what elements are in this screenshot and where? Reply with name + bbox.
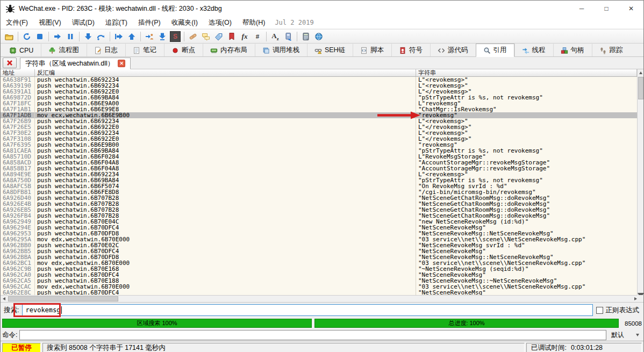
menu-item-7[interactable]: 选项(O) <box>203 17 237 28</box>
tab-日志[interactable]: 日志 <box>87 44 125 56</box>
step-into-button[interactable] <box>82 30 95 42</box>
table-row[interactable]: 6A6391A1push wechatwin.6B6922E0L"</revok… <box>1 89 637 95</box>
tab-笔记[interactable]: 笔记 <box>125 44 164 56</box>
tab-源代码[interactable]: 源代码 <box>430 44 476 56</box>
table-row[interactable]: 6A926E4Bpush wechatwin.6B707B28"NetScene… <box>1 201 637 207</box>
table-row[interactable]: 6A962BB5push wechatwin.6B70DFC4"NetScene… <box>1 248 637 254</box>
tab-内存布局[interactable]: 内存布局 <box>203 44 255 56</box>
table-row[interactable]: 6A962C9Bpush wechatwin.6B70E168"~NetScen… <box>1 266 637 272</box>
table-row[interactable]: 6A962BBApush wechatwin.6B70DFD8"NetScene… <box>1 254 637 260</box>
tab-流程图[interactable]: 流程图 <box>41 44 87 56</box>
tab-脚本[interactable]: 脚本 <box>353 44 391 56</box>
scroll-up-icon[interactable] <box>638 69 643 76</box>
minimize-button[interactable]: ─ <box>569 1 594 17</box>
animate-into-button[interactable] <box>156 30 169 42</box>
horizontal-scrollbar-thumb[interactable] <box>8 296 118 301</box>
tab-线程[interactable]: 线程 <box>514 44 553 56</box>
tab-strings-region[interactable]: 字符串（区域 wechatwin.dll） ✕ <box>20 58 131 69</box>
maximize-button[interactable]: □ <box>594 1 619 17</box>
close-button[interactable]: ✕ <box>619 1 643 17</box>
table-row[interactable]: 6A926FB4push wechatwin.6B707B28"NetScene… <box>1 213 637 219</box>
calculator-button[interactable] <box>299 30 312 42</box>
menu-item-1[interactable]: 文件(F) <box>1 17 33 28</box>
table-row[interactable]: 6A638F91push wechatwin.6B692234L"<revoke… <box>1 77 637 83</box>
table-row[interactable]: 6A926EB5push wechatwin.6B707B28"NetScene… <box>1 207 637 213</box>
tab-符号[interactable]: 符号 <box>391 44 430 56</box>
step-over-button[interactable] <box>95 30 108 42</box>
tab-SEH链[interactable]: SEH链 <box>307 44 353 56</box>
table-row[interactable]: 6A639190push wechatwin.6B692234L"<revoke… <box>1 83 637 89</box>
open-file-button[interactable] <box>3 30 16 42</box>
table-row[interactable]: 6A962CA5push wechatwin.6B70E188"NetScene… <box>1 278 637 284</box>
column-header-string[interactable]: 字符串 <box>416 69 637 76</box>
table-row[interactable]: 6A962CA0push wechatwin.6B70DFC4"NetScene… <box>1 272 637 278</box>
menu-item-6[interactable]: 收藏夹(I) <box>166 17 203 28</box>
table-row[interactable]: 6A7F3108push wechatwin.6B6922E0L"</revok… <box>1 136 637 142</box>
horizontal-scrollbar[interactable] <box>1 295 637 302</box>
scroll-left-icon[interactable] <box>1 296 8 302</box>
table-row[interactable]: 6A962BC1mov edx,wechatwin.6B70E000"03_se… <box>1 260 637 266</box>
tab-断点[interactable]: 断点 <box>164 44 203 56</box>
menu-item-3[interactable]: 调试(D) <box>67 17 100 28</box>
tab-跟踪[interactable]: 跟踪 <box>592 44 631 56</box>
pause-button[interactable] <box>64 30 77 42</box>
tab-引用[interactable]: 引用 <box>476 44 514 57</box>
table-row[interactable]: 6A7F26B9push wechatwin.6B692234L"<revoke… <box>1 118 637 124</box>
label-button[interactable] <box>212 30 225 42</box>
s-toggle-button[interactable]: S <box>169 30 182 42</box>
run-to-user-code-button[interactable] <box>143 30 156 42</box>
vertical-scrollbar-thumb[interactable] <box>638 77 643 99</box>
table-row[interactable]: 6A858ACDpush wechatwin.6B6F04A8"AccountS… <box>1 160 637 166</box>
function-button[interactable]: fx <box>238 30 251 42</box>
table-row[interactable]: 6A85710Dpush wechatwin.6B6F0284L"RevokeM… <box>1 154 637 160</box>
close-all-tabs-button[interactable] <box>3 58 17 68</box>
table-row[interactable]: 6A962BB0push wechatwin.6B70E02C"NetScene… <box>1 242 637 248</box>
table-row[interactable]: 6A8A750Dpush wechatwin.6B69BA84"pStrType… <box>1 177 637 183</box>
column-header-address[interactable]: 地址 <box>1 69 35 76</box>
table-row[interactable]: 6A81CAEApush wechatwin.6B69BA84"pStrType… <box>1 148 637 154</box>
search-input[interactable]: revokemsg <box>22 304 592 316</box>
step-out-button[interactable] <box>125 30 138 42</box>
table-row[interactable]: 6A69872Dpush wechatwin.6B69BA84"pStrType… <box>1 95 637 100</box>
comment-button[interactable] <box>199 30 212 42</box>
table-row[interactable]: 6A926D40push wechatwin.6B707B28"NetScene… <box>1 195 637 201</box>
execute-till-return-button[interactable] <box>112 30 125 42</box>
text-encoding-button[interactable]: Az <box>269 30 282 42</box>
table-row[interactable]: 6A7F26E5push wechatwin.6B6922E0L"</revok… <box>1 124 637 130</box>
command-profile-dropdown[interactable]: 默认 <box>609 330 642 340</box>
table-row[interactable]: 6A96294Epush wechatwin.6B70DFC4"NetScene… <box>1 225 637 231</box>
memory-map-button[interactable] <box>282 30 295 42</box>
menu-item-4[interactable]: 追踪(T) <box>100 17 133 28</box>
bookmark-button[interactable] <box>225 30 238 42</box>
table-row[interactable]: 6A7F30E2push wechatwin.6B692234L"<revoke… <box>1 130 637 136</box>
globe-button[interactable] <box>312 30 325 42</box>
command-input[interactable] <box>19 330 606 340</box>
table-row[interactable]: 6A7F6395push wechatwin.6B6E9B00"revokems… <box>1 142 637 148</box>
column-header-disassembly[interactable]: 反汇编 <box>35 69 416 76</box>
table-row-selected[interactable]: 6A7F1ADBmov ecx,wechatwin.6B6E9B00"revok… <box>1 112 637 118</box>
table-row[interactable]: 6A7F18FCpush wechatwin.6B6E9A00L"revokem… <box>1 100 637 106</box>
tab-close-icon[interactable]: ✕ <box>118 60 125 67</box>
tab-调用堆栈[interactable]: 调用堆栈 <box>255 44 307 56</box>
regex-checkbox[interactable] <box>596 307 603 314</box>
table-row[interactable]: 6A96295Amov edx,wechatwin.6B70E000"03_se… <box>1 236 637 242</box>
tab-句柄[interactable]: 句柄 <box>553 44 592 56</box>
table-row[interactable]: 6A858B17push wechatwin.6B6F04A8"AccountS… <box>1 166 637 171</box>
menu-item-5[interactable]: 插件(P) <box>133 17 166 28</box>
restart-button[interactable] <box>20 30 33 42</box>
table-row[interactable]: 6A8AFC5Bpush wechatwin.6B6F5074"On Revok… <box>1 183 637 189</box>
patch-button[interactable] <box>187 30 199 42</box>
vertical-scrollbar[interactable] <box>637 69 643 296</box>
table-row[interactable]: 6A7F1AB1push wechatwin.6B6E99E8"ChatMgr:… <box>1 106 637 112</box>
table-row[interactable]: 6A962953push wechatwin.6B70DFD8"NetScene… <box>1 231 637 236</box>
hash-button[interactable]: # <box>251 30 264 42</box>
stop-button[interactable] <box>33 30 46 42</box>
table-row[interactable]: 6A8DFB81push wechatwin.6B6FE8D8"/cgi-bin… <box>1 189 637 195</box>
run-button[interactable] <box>51 30 64 42</box>
menu-item-2[interactable]: 视图(V) <box>33 17 67 28</box>
tab-CPU[interactable]: CPU <box>2 44 41 56</box>
menu-item-8[interactable]: 帮助(H) <box>237 17 270 28</box>
table-row[interactable]: 6A962CACmov edx,wechatwin.6B70E000"03_se… <box>1 284 637 290</box>
table-row[interactable]: 6A962949push wechatwin.6B70E04C"new NetS… <box>1 219 637 225</box>
table-row[interactable]: 6A894E9Epush wechatwin.6B692234L"<revoke… <box>1 171 637 177</box>
